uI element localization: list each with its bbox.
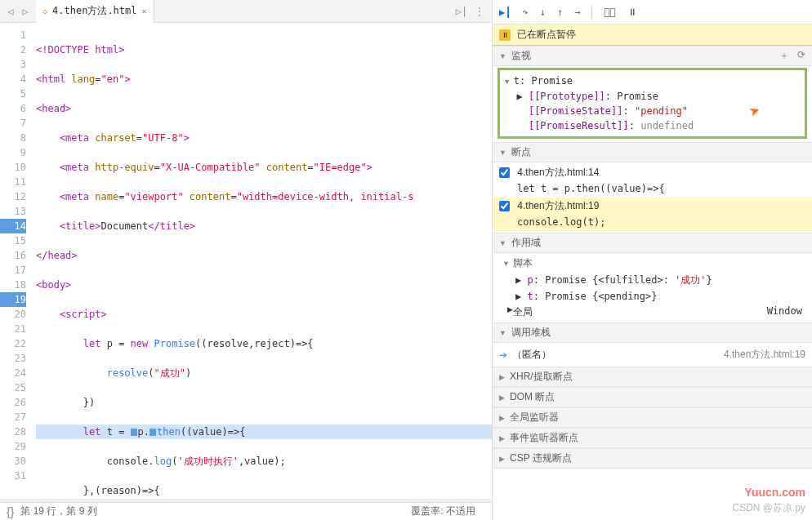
tab-next-icon[interactable]: ▷ (18, 4, 33, 19)
csp-violation-breakpoints-header[interactable]: ▶CSP 违规断点 (493, 448, 812, 469)
breakpoint-item[interactable]: 4.then方法.html:19 (493, 198, 812, 215)
chevron-right-icon: ▶ (499, 414, 505, 422)
breakpoint-gutter-14: 14 (0, 219, 26, 233)
dom-breakpoints-header[interactable]: ▶DOM 断点 (493, 387, 812, 407)
step-out-icon[interactable]: ↑ (557, 7, 563, 18)
step-into-icon[interactable]: ↓ (540, 7, 546, 18)
chevron-down-icon: ▼ (499, 149, 506, 157)
code-line-14: let t = p.then((value)=>{ (36, 424, 492, 439)
line-gutter: 12345678910111213 14 15161718 19 2021222… (0, 23, 36, 499)
csdn-attribution: CSDN @苏凉.py (732, 501, 805, 515)
step-over-icon[interactable]: ↷ (522, 7, 528, 18)
scope-variable[interactable]: ▶ t: Promise {<pending>} (493, 289, 812, 304)
debug-marker-icon (149, 429, 156, 436)
close-icon[interactable]: ✕ (142, 7, 147, 16)
scope-global[interactable]: ▶ 全局Window (493, 304, 812, 321)
chevron-right-icon: ▶ (499, 434, 505, 442)
scope-variable[interactable]: ▶ p: Promise {<fulfilled>: '成功'} (493, 272, 812, 289)
warning-icon: ⏸ (499, 29, 511, 41)
coverage-label: 覆盖率: 不适用 (411, 504, 475, 518)
chevron-down-icon: ▼ (499, 52, 506, 60)
debugger-pane: ▶┃ ↷ ↓ ↑ → ⁍⃠ ⏸ ⏸ 已在断点暂停 ▼ 监视 ＋ ⟳ ▼ t: P… (493, 0, 812, 520)
step-icon[interactable]: → (574, 7, 580, 18)
chevron-down-icon: ▼ (499, 239, 506, 247)
chevron-right-icon: ▶ (499, 373, 505, 381)
paused-label: 已在断点暂停 (517, 28, 576, 42)
breakpoint-item[interactable]: 4.then方法.html:14 (493, 164, 812, 181)
debug-marker-icon (131, 429, 137, 436)
breakpoint-checkbox[interactable] (499, 167, 510, 178)
breakpoint-code: let t = p.then((value)=>{ (493, 181, 812, 198)
breakpoints-header[interactable]: ▼ 断点 (493, 142, 812, 162)
chevron-down-icon: ▼ (499, 329, 506, 337)
code-content: <!DOCTYPE html> <html lang="en"> <head> … (36, 23, 492, 499)
callstack-header[interactable]: ▼ 调用堆栈 (493, 322, 812, 343)
tab-filename: 4.then方法.html (52, 4, 136, 18)
chevron-right-icon: ▶ (499, 393, 505, 402)
more-icon[interactable]: ⋮ (472, 4, 487, 19)
watch-item: ▼ t: Promise (505, 73, 800, 89)
status-bar: {} 第 19 行，第 9 列 覆盖率: 不适用 (0, 502, 492, 520)
add-watch-icon[interactable]: ＋ (779, 49, 789, 63)
scope-header[interactable]: ▼ 作用域 (493, 233, 812, 253)
watermark: Yuucn.com (744, 486, 805, 499)
code-editor[interactable]: 12345678910111213 14 15161718 19 2021222… (0, 23, 492, 499)
chevron-right-icon: ▶ (499, 455, 505, 463)
refresh-icon[interactable]: ⟳ (797, 49, 805, 63)
editor-pane: ◁ ▷ 4.then方法.html ✕ ▷| ⋮ 123456789101112… (0, 0, 493, 520)
breakpoints-list: 4.then方法.html:14 let t = p.then((value)=… (493, 162, 812, 233)
run-snippet-icon[interactable]: ▷| (454, 4, 469, 19)
watch-header[interactable]: ▼ 监视 ＋ ⟳ (493, 46, 812, 66)
pause-on-exceptions-icon[interactable]: ⏸ (627, 7, 637, 18)
deactivate-breakpoints-icon[interactable]: ⁍⃠ (604, 7, 615, 18)
resume-icon[interactable]: ▶┃ (499, 7, 511, 18)
current-frame-icon: ➔ (499, 349, 507, 361)
paused-banner: ⏸ 已在断点暂停 (493, 24, 812, 46)
xhr-breakpoints-header[interactable]: ▶XHR/提取断点 (493, 367, 812, 387)
debug-toolbar: ▶┃ ↷ ↓ ↑ → ⁍⃠ ⏸ (493, 0, 812, 24)
scope-script[interactable]: ▼脚本 (493, 255, 812, 272)
format-icon[interactable]: {} (7, 505, 14, 518)
cursor-position: 第 19 行，第 9 列 (20, 504, 96, 518)
breakpoint-code: console.log(t); (493, 215, 812, 231)
callstack-frame[interactable]: ➔ （匿名） 4.then方法.html:19 (493, 346, 812, 363)
callstack-body: ➔ （匿名） 4.then方法.html:19 (493, 343, 812, 367)
file-tab[interactable]: 4.then方法.html ✕ (36, 0, 154, 23)
breakpoint-gutter-19: 19 (0, 292, 26, 307)
scope-body: ▼脚本 ▶ p: Promise {<fulfilled>: '成功'} ▶ t… (493, 253, 812, 322)
global-listeners-header[interactable]: ▶全局监听器 (493, 407, 812, 428)
watch-highlight-box: ▼ t: Promise ▶ [[Prototype]]: Promise [[… (497, 68, 807, 139)
tab-prev-icon[interactable]: ◁ (3, 4, 18, 19)
event-listener-breakpoints-header[interactable]: ▶事件监听器断点 (493, 428, 812, 448)
tab-bar: ◁ ▷ 4.then方法.html ✕ ▷| ⋮ (0, 0, 492, 23)
breakpoint-checkbox[interactable] (499, 201, 510, 211)
